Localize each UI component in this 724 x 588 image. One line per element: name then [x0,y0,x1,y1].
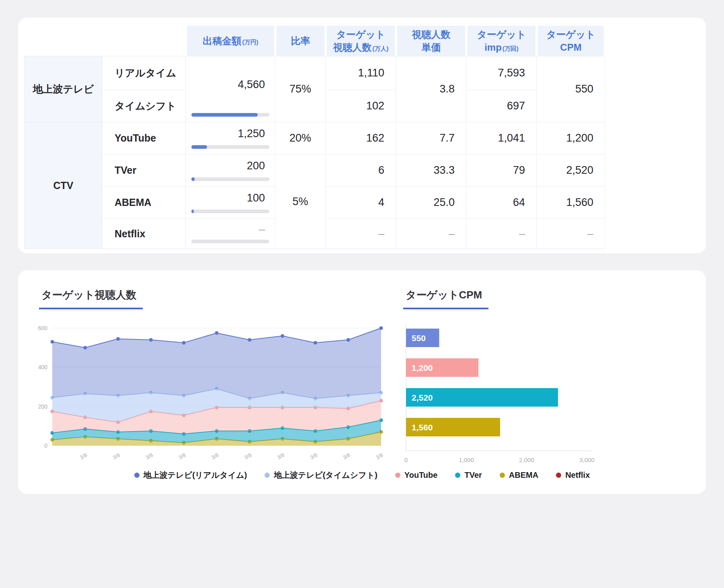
header-unit-price: 視聴人数 単価 [396,26,466,56]
abema-spend-value: 100 [247,192,265,204]
legend-item[interactable]: 地上波テレビ(タイムシフト) [265,470,377,481]
cell-youtube-ratio: 20% [275,122,326,154]
svg-text:3/8: 3/8 [342,452,351,461]
legend-item[interactable]: ABEMA [500,471,538,480]
terrestrial-spend-value: 4,560 [238,78,265,91]
cell-abema-unit-price: 25.0 [396,187,466,219]
legend-label: 地上波テレビ(リアルタイム) [144,470,247,481]
legend-dot-icon [500,473,505,478]
group-terrestrial: 地上波テレビ [24,56,103,122]
area-chart-title: ターゲット視聴人数 [39,288,143,309]
cell-youtube-unit-price: 7.7 [396,122,466,154]
header-target-imp-unit: (万回) [502,45,519,52]
svg-text:3/8: 3/8 [210,452,219,461]
row-label-netflix: Netflix [103,219,186,249]
group-ctv: CTV [24,122,103,249]
cell-tver-cpm: 2,520 [537,154,605,187]
legend-dot-icon [455,473,460,478]
cell-realtime-imp: 7,593 [466,56,537,90]
cell-abema-imp: 64 [466,187,537,219]
legend-label: ABEMA [509,471,538,480]
legend-label: TVer [464,471,482,480]
cell-youtube-cpm: 1,200 [537,122,605,154]
header-target-imp-line1: ターゲット [477,29,526,40]
chart-legend: 地上波テレビ(リアルタイム)地上波テレビ(タイムシフト)YouTubeTVerA… [18,470,706,481]
abema-spend-bar [191,210,269,213]
youtube-spend-value: 1,250 [238,127,265,140]
svg-text:1,200: 1,200 [412,363,433,372]
tver-spend-value: 200 [247,160,265,172]
legend-item[interactable]: 地上波テレビ(リアルタイム) [134,470,247,481]
legend-dot-icon [265,473,270,478]
media-plan-table-card: 出稿金額(万円) 比率 ターゲット 視聴人数(万人) 視聴人数 単価 ターゲット [18,18,706,253]
cell-youtube-viewers: 162 [326,122,396,154]
header-target-viewers-line2: 視聴人数 [333,42,372,53]
svg-text:2,000: 2,000 [519,456,534,463]
cell-terrestrial-unit-price: 3.8 [396,56,466,122]
svg-text:400: 400 [38,364,47,370]
svg-text:1,560: 1,560 [412,423,433,432]
header-target-imp: ターゲット imp(万回) [466,26,537,56]
cell-abema-viewers: 4 [326,187,396,219]
cell-abema-cpm: 1,560 [537,187,605,219]
cell-youtube-imp: 1,041 [466,122,537,154]
legend-dot-icon [134,473,139,478]
svg-text:3/8: 3/8 [112,452,121,461]
svg-text:3/8: 3/8 [79,452,88,461]
svg-text:3,000: 3,000 [579,456,595,463]
row-label-realtime: リアルタイム [103,56,186,90]
row-label-abema: ABEMA [103,187,186,219]
header-unit-price-line1: 視聴人数 [412,29,451,40]
header-unit-price-line2: 単価 [422,42,441,53]
cell-tver-viewers: 6 [326,154,396,187]
header-spend: 出稿金額(万円) [186,26,275,56]
header-spend-unit: (万円) [242,39,258,45]
cell-netflix-spend: – [186,219,275,249]
header-target-cpm-line2: CPM [560,42,581,53]
header-target-cpm-line1: ターゲット [546,29,595,40]
svg-text:3/8: 3/8 [375,452,384,461]
row-label-timeshift: タイムシフト [103,90,186,122]
cell-realtime-viewers: 1,110 [326,56,396,90]
svg-text:3/8: 3/8 [243,452,252,461]
media-plan-table: 出稿金額(万円) 比率 ターゲット 視聴人数(万人) 視聴人数 単価 ターゲット [24,26,605,249]
legend-item[interactable]: Netflix [556,471,590,480]
header-target-viewers: ターゲット 視聴人数(万人) [326,26,396,56]
legend-dot-icon [556,473,561,478]
target-cpm-bar-chart[interactable]: 01,0002,0003,0005501,2002,5201,560 [400,317,609,469]
svg-text:3/8: 3/8 [276,452,285,461]
cell-tver-imp: 79 [466,154,537,187]
header-ratio-label: 比率 [291,35,310,46]
cell-timeshift-viewers: 102 [326,90,396,122]
netflix-spend-bar [191,240,269,243]
cell-tver-unit-price: 33.3 [396,154,466,187]
row-label-youtube: YouTube [103,122,186,154]
netflix-spend-value: – [259,223,265,236]
header-target-cpm: ターゲット CPM [537,26,605,56]
svg-text:2,520: 2,520 [412,393,433,402]
target-viewers-area-chart[interactable]: 02004006003/83/83/83/83/83/83/83/83/83/8 [38,318,400,479]
svg-text:600: 600 [38,325,47,331]
svg-text:3/8: 3/8 [309,452,318,461]
cell-tver-spend: 200 [186,154,275,187]
legend-dot-icon [395,473,400,478]
svg-text:0: 0 [404,456,408,463]
svg-text:200: 200 [38,403,47,410]
svg-text:1,000: 1,000 [459,456,474,463]
legend-label: Netflix [565,471,590,480]
youtube-spend-bar [191,145,269,149]
cell-netflix-viewers: – [326,219,396,249]
cell-abema-spend: 100 [186,187,275,219]
row-label-tver: TVer [103,154,186,187]
svg-text:0: 0 [44,442,47,449]
legend-label: 地上波テレビ(タイムシフト) [274,470,377,481]
svg-text:550: 550 [412,333,426,343]
tver-spend-bar [191,177,269,181]
legend-item[interactable]: TVer [455,471,482,480]
cell-ctv-small-ratio: 5% [275,154,326,249]
cell-youtube-spend: 1,250 [186,122,275,154]
legend-item[interactable]: YouTube [395,471,438,480]
header-target-viewers-line1: ターゲット [336,29,385,40]
header-target-imp-line2: imp [484,42,502,53]
charts-card: ターゲット視聴人数 ターゲットCPM 02004006003/83/83/83/… [18,270,706,494]
